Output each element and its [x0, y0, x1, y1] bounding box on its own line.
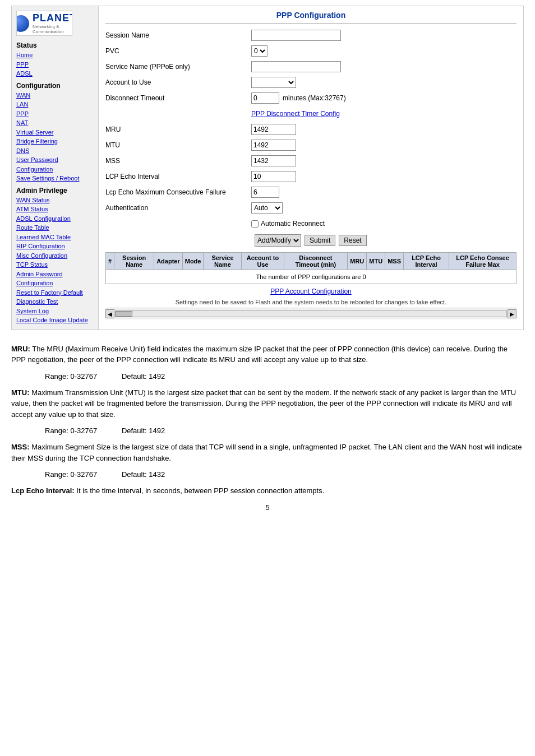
mru-label: MRU	[105, 126, 251, 133]
sidebar-item-user-password[interactable]: User Password Configuration	[16, 155, 94, 174]
pvc-row: PVC 0	[105, 45, 516, 57]
ppp-disconnect-link[interactable]: PPP Disconnect Timer Config	[251, 110, 340, 118]
sidebar-item-admin-password[interactable]: Admin Password Configuration	[16, 270, 94, 288]
service-name-control	[251, 61, 341, 72]
mtu-row: MTU	[105, 139, 516, 151]
account-to-use-label: Account to Use	[105, 78, 251, 86]
account-config-link[interactable]: PPP Account Configuration	[105, 287, 516, 295]
lcp-interval-term: Lcp Echo Interval:	[11, 486, 75, 495]
table-header-mss: MSS	[385, 253, 404, 270]
disconnect-timeout-control: minutes (Max:32767)	[251, 92, 346, 104]
button-row: Add/Modify Submit Reset	[105, 234, 516, 247]
disconnect-timeout-label: Disconnect Timeout	[105, 94, 251, 102]
lcp-echo-interval-label: LCP Echo Interval	[105, 173, 251, 180]
logo-image: PLANET Networking & Communication	[16, 11, 72, 36]
lcp-echo-max-label: Lcp Echo Maximum Consecutive Failure	[105, 188, 251, 196]
mtu-input[interactable]	[251, 140, 296, 151]
main-title: PPP Configuration	[105, 11, 516, 24]
sidebar-item-ppp-config[interactable]: PPP	[16, 109, 94, 119]
scroll-area: ◀ ▶	[105, 308, 516, 319]
table-header-session: Session Name	[114, 253, 154, 270]
mss-input[interactable]	[251, 155, 296, 166]
sidebar-item-factory-default[interactable]: Reset to Factory Default	[16, 288, 94, 298]
sidebar-item-wan-status[interactable]: WAN Status	[16, 196, 94, 205]
disconnect-timeout-input[interactable]	[251, 92, 279, 104]
mtu-range: Range: 0-32767 Default: 1492	[45, 426, 524, 435]
sidebar-item-learned-mac[interactable]: Learned MAC Table	[16, 233, 94, 242]
mtu-range-text: Range: 0-32767	[45, 426, 97, 435]
scroll-thumb	[116, 311, 132, 317]
add-modify-select[interactable]: Add/Modify	[255, 234, 301, 247]
sidebar-item-bridge-filtering[interactable]: Bridge Filtering	[16, 137, 94, 146]
sidebar-item-diagnostic[interactable]: Diagnostic Test	[16, 297, 94, 307]
auto-reconnect-checkbox[interactable]	[251, 220, 259, 228]
reset-button[interactable]: Reset	[339, 235, 366, 246]
lcp-echo-interval-input[interactable]	[251, 171, 296, 182]
authentication-label: Authentication	[105, 204, 251, 212]
config-table: # Session Name Adapter Mode Service Name…	[105, 252, 516, 284]
mss-description: MSS: Maximum Segment Size is the largest…	[11, 442, 524, 463]
sidebar-item-rip[interactable]: RIP Configuration	[16, 242, 94, 251]
status-label: Status	[16, 41, 94, 49]
page-number: 5	[11, 503, 524, 512]
mtu-label: MTU	[105, 141, 251, 149]
sidebar-item-local-code[interactable]: Local Code Image Update	[16, 316, 94, 325]
sidebar-item-wan[interactable]: WAN	[16, 91, 94, 100]
account-to-use-select[interactable]	[251, 77, 296, 88]
table-header-mode: Mode	[182, 253, 204, 270]
mss-label: MSS	[105, 157, 251, 165]
mss-control	[251, 155, 296, 166]
scroll-left-button[interactable]: ◀	[105, 309, 114, 318]
mss-term: MSS:	[11, 443, 30, 451]
lcp-echo-max-input[interactable]	[251, 187, 279, 198]
disconnect-timeout-row: Disconnect Timeout minutes (Max:32767)	[105, 92, 516, 104]
sidebar-item-dns[interactable]: DNS	[16, 146, 94, 156]
sidebar-item-route-table[interactable]: Route Table	[16, 223, 94, 233]
settings-note: Settings need to be saved to Flash and t…	[105, 299, 516, 305]
lcp-echo-max-control	[251, 187, 279, 198]
config-label: Configuration	[16, 82, 94, 90]
sidebar-item-tcp-status[interactable]: TCP Status	[16, 260, 94, 270]
service-name-input[interactable]	[251, 61, 341, 72]
mss-row: MSS	[105, 155, 516, 167]
table-empty-message: The number of PPP configurations are 0	[106, 270, 516, 284]
session-name-row: Session Name	[105, 29, 516, 41]
sidebar-item-misc[interactable]: Misc Configuration	[16, 251, 94, 261]
sidebar-item-system-log[interactable]: System Log	[16, 307, 94, 316]
sidebar-item-ppp[interactable]: PPP	[16, 60, 94, 69]
sidebar-item-adsl-config[interactable]: ADSL Configuration	[16, 214, 94, 224]
sidebar-item-adsl[interactable]: ADSL	[16, 69, 94, 78]
mru-input[interactable]	[251, 124, 296, 135]
logo-globe	[16, 15, 29, 32]
mss-range-text: Range: 0-32767	[45, 470, 97, 479]
sidebar-item-save-settings[interactable]: Save Settings / Reboot	[16, 174, 94, 183]
session-name-input[interactable]	[251, 30, 341, 41]
table-header-num: #	[106, 253, 114, 270]
mtu-default-text: Default: 1492	[122, 426, 165, 435]
lcp-interval-text: It is the time interval, in seconds, bet…	[76, 486, 324, 495]
submit-button[interactable]: Submit	[305, 235, 335, 246]
authentication-select[interactable]: Auto PAP CHAP	[251, 202, 283, 214]
mru-range: Range: 0-32767 Default: 1492	[45, 372, 524, 381]
service-name-row: Service Name (PPPoE only)	[105, 61, 516, 73]
mss-text: Maximum Segment Size is the largest size…	[11, 443, 522, 462]
sidebar-item-lan[interactable]: LAN	[16, 100, 94, 109]
sidebar-item-nat[interactable]: NAT	[16, 118, 94, 128]
ppp-disconnect-link-row: PPP Disconnect Timer Config	[105, 108, 516, 120]
auto-reconnect-control: Automatic Reconnect	[251, 220, 325, 228]
mru-row: MRU	[105, 123, 516, 136]
lcp-echo-max-row: Lcp Echo Maximum Consecutive Failure	[105, 186, 516, 198]
sidebar-item-virtual-server[interactable]: Virtual Server	[16, 128, 94, 137]
pvc-select[interactable]: 0	[251, 45, 268, 57]
table-header-account: Account to Use	[242, 253, 284, 270]
table-header-lcp-interval: LCP Echo Interval	[403, 253, 449, 270]
authentication-row: Authentication Auto PAP CHAP	[105, 202, 516, 214]
mru-default-text: Default: 1492	[122, 372, 165, 381]
sidebar-item-atm-status[interactable]: ATM Status	[16, 205, 94, 214]
sidebar-item-home[interactable]: Home	[16, 50, 94, 60]
scroll-track[interactable]	[115, 310, 507, 317]
disconnect-timeout-suffix: minutes (Max:32767)	[283, 94, 346, 102]
scroll-right-button[interactable]: ▶	[508, 309, 516, 318]
mtu-term: MTU:	[11, 388, 30, 397]
mtu-control	[251, 140, 296, 151]
